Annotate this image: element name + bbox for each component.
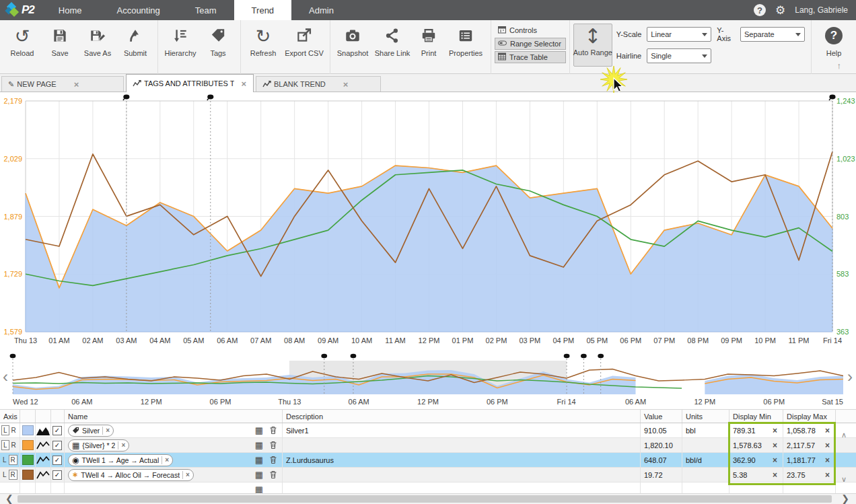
trace-color-swatch[interactable] — [22, 470, 34, 480]
table-vertical-scrollbar[interactable]: ∧ ∨ — [839, 423, 853, 498]
clear-display-max-icon[interactable]: × — [825, 470, 835, 480]
trace-color-swatch[interactable] — [22, 440, 34, 450]
clear-display-min-icon[interactable]: × — [773, 441, 783, 450]
clear-display-min-icon[interactable]: × — [773, 426, 783, 435]
display-min-cell[interactable]: 5.38× — [729, 468, 783, 482]
remove-trace-icon[interactable]: × — [186, 471, 190, 478]
annotation-pin-icon[interactable] — [351, 354, 357, 358]
axis-r-button[interactable]: R — [9, 470, 17, 480]
axis-r-button[interactable]: R — [10, 441, 17, 449]
calculator-icon[interactable]: ▦ — [255, 470, 263, 480]
trace-table-toggle[interactable]: Trace Table — [495, 51, 566, 63]
trace-style-cell[interactable] — [36, 468, 51, 482]
help-icon[interactable]: ? — [754, 4, 766, 16]
tags-button[interactable]: Tags — [199, 22, 237, 57]
close-icon[interactable]: × — [343, 80, 349, 89]
trend-chart[interactable]: 2,1792,0291,8791,7291,5791,2431,02380358… — [0, 93, 856, 351]
export-csv-button[interactable]: Export CSV — [282, 22, 326, 57]
range-selector-toggle[interactable]: Range Selector — [495, 38, 566, 50]
y-axis-select[interactable]: Separate — [740, 27, 805, 42]
annotation-pin-icon[interactable] — [321, 354, 327, 358]
column-header[interactable] — [36, 410, 51, 423]
trace-color-swatch[interactable] — [22, 455, 34, 465]
share-link-button[interactable]: Share Link — [371, 22, 413, 57]
hairline-select[interactable]: Single — [647, 48, 711, 63]
scrollbar-thumb[interactable] — [17, 495, 832, 503]
tab-tags-and-attributes[interactable]: TAGS AND ATTRIBUTES T × — [126, 74, 254, 92]
axis-l-button[interactable]: L — [1, 456, 8, 464]
trace-style-cell[interactable] — [36, 423, 51, 437]
controls-toggle[interactable]: Controls — [495, 24, 566, 36]
close-icon[interactable]: × — [74, 80, 79, 89]
column-header-name[interactable]: Name — [65, 410, 283, 423]
help-button[interactable]: ? Help — [815, 22, 853, 57]
visibility-checkbox[interactable]: ✓ — [52, 456, 62, 465]
remove-trace-icon[interactable]: × — [165, 456, 169, 464]
nav-item-home[interactable]: Home — [41, 0, 100, 20]
column-header-units[interactable]: Units — [682, 410, 729, 423]
trace-table-row[interactable]: LR✓Silver×▦Silver1910.05bbl789.31×1,058.… — [0, 423, 856, 438]
display-max-cell[interactable]: 23.75× — [783, 468, 836, 482]
range-scroll-left-icon[interactable]: ‹ — [3, 367, 8, 386]
annotation-pin-icon[interactable] — [581, 354, 587, 358]
remove-trace-icon[interactable]: × — [106, 427, 110, 434]
axis-l-button[interactable]: L — [1, 425, 9, 435]
clear-display-max-icon[interactable]: × — [825, 426, 835, 435]
scroll-down-icon[interactable]: ∨ — [841, 475, 847, 484]
snapshot-button[interactable]: Snapshot — [334, 22, 371, 57]
column-header-axis[interactable]: Axis — [0, 410, 20, 423]
nav-item-accounting[interactable]: Accounting — [99, 0, 177, 20]
refresh-button[interactable]: ↻ Refresh — [244, 22, 282, 57]
description-cell[interactable] — [283, 468, 641, 482]
description-cell[interactable] — [283, 438, 641, 452]
column-header[interactable] — [51, 410, 65, 423]
calculator-icon[interactable]: ▦ — [255, 455, 263, 465]
auto-range-button[interactable]: ↕ Auto Range — [573, 24, 612, 67]
tab-new-page[interactable]: ✎ NEW PAGE × — [1, 76, 124, 92]
column-header-value[interactable]: Value — [641, 410, 682, 423]
close-icon[interactable]: × — [241, 79, 246, 88]
visibility-checkbox[interactable]: ✓ — [52, 426, 62, 435]
nav-item-trend[interactable]: Trend — [234, 0, 291, 20]
scroll-up-icon[interactable]: ∧ — [841, 431, 847, 439]
p2-logo[interactable]: P2 — [0, 0, 41, 20]
trace-color-swatch[interactable] — [22, 425, 34, 435]
axis-l-button[interactable]: L — [1, 470, 8, 479]
trace-chip[interactable]: ◉TWell 1 → Age → Actual× — [68, 454, 173, 466]
calculator-icon[interactable]: ▦ — [255, 440, 263, 450]
display-max-cell[interactable]: 1,058.78× — [783, 423, 836, 437]
display-min-cell[interactable]: 1,578.63× — [729, 438, 783, 452]
trace-style-cell[interactable] — [36, 438, 51, 452]
tab-blank-trend[interactable]: BLANK TREND × — [256, 76, 381, 92]
trace-chip[interactable]: ∗TWell 4 → Alloc Oil → Forecast× — [68, 469, 194, 481]
table-horizontal-scrollbar[interactable]: ❮ ❯ — [0, 493, 856, 504]
submit-button[interactable]: Submit — [116, 22, 154, 57]
trace-chip[interactable]: ▦{Silver} * 2× — [68, 439, 129, 452]
axis-r-button[interactable]: R — [9, 455, 17, 465]
y-scale-select[interactable]: Linear — [647, 27, 711, 42]
range-selector[interactable]: Wed 1206 AM12 PM06 PMThu 1306 AM12 PM06 … — [0, 351, 856, 408]
user-name[interactable]: Lang, Gabriele — [795, 5, 848, 15]
reload-button[interactable]: ↺ Reload — [3, 22, 41, 57]
column-header-display-max[interactable]: Display Max — [783, 410, 836, 423]
trash-icon[interactable] — [269, 441, 277, 449]
trace-style-cell[interactable] — [36, 453, 51, 467]
column-header-display-min[interactable]: Display Min — [729, 410, 783, 423]
display-min-cell[interactable]: 789.31× — [729, 423, 783, 437]
trash-icon[interactable] — [269, 426, 277, 435]
visibility-checkbox[interactable]: ✓ — [52, 470, 62, 480]
visibility-checkbox[interactable]: ✓ — [52, 441, 62, 450]
clear-display-max-icon[interactable]: × — [825, 456, 835, 465]
trace-table-row[interactable]: LR✓◉TWell 1 → Age → Actual×▦Z.Lurdusauru… — [0, 453, 856, 468]
save-button[interactable]: Save — [41, 22, 79, 57]
trace-chip[interactable]: Silver× — [68, 425, 114, 437]
properties-button[interactable]: Properties — [444, 22, 487, 57]
display-max-cell[interactable]: 1,181.77× — [783, 453, 836, 467]
display-max-cell[interactable]: 2,117.57× — [783, 438, 836, 452]
clear-display-min-icon[interactable]: × — [773, 456, 783, 465]
column-header-description[interactable]: Description — [283, 410, 641, 423]
annotation-pin-icon[interactable] — [564, 354, 570, 358]
range-scroll-right-icon[interactable]: › — [847, 367, 853, 386]
description-cell[interactable]: Z.Lurdusaurus — [283, 453, 641, 467]
scroll-right-icon[interactable]: ❯ — [841, 493, 849, 504]
